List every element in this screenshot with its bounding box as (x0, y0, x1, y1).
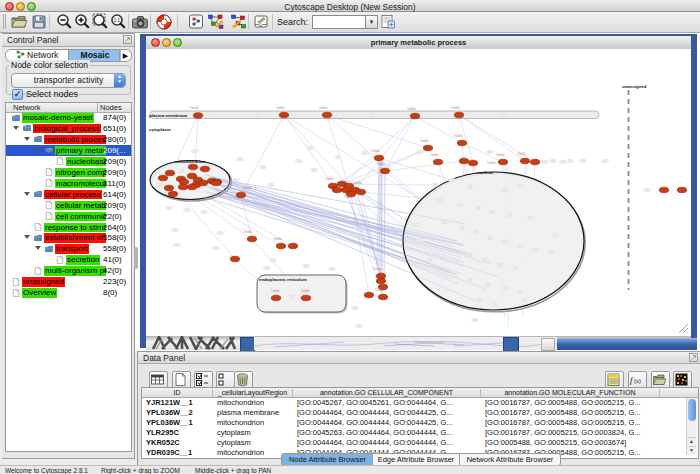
svg-text:Yxx00x: Yxx00x (244, 230, 253, 234)
svg-text:Yxx00x: Yxx00x (375, 288, 384, 292)
svg-text:Yxx00x: Yxx00x (517, 152, 526, 156)
svg-text:Yxx00x: Yxx00x (430, 153, 439, 157)
svg-text:Yxx00x: Yxx00x (371, 149, 380, 153)
svg-text:Yxx00x: Yxx00x (451, 106, 460, 110)
svg-text:Yxx00x: Yxx00x (273, 237, 282, 241)
svg-text:Yxx00x: Yxx00x (454, 134, 463, 138)
svg-text:(x): (x) (634, 378, 641, 384)
svg-text:endoplasmic reticulum: endoplasmic reticulum (259, 277, 307, 282)
svg-text:Yxx00x: Yxx00x (353, 181, 362, 185)
svg-text:Yxx00x: Yxx00x (271, 289, 280, 293)
svg-text:Yxx00x: Yxx00x (407, 107, 416, 111)
svg-text:cytoplasm: cytoplasm (149, 127, 171, 132)
svg-text:nucleus: nucleus (477, 170, 494, 175)
svg-text:Yxx00x: Yxx00x (301, 289, 310, 293)
svg-text:Yxx00x: Yxx00x (276, 106, 285, 110)
svg-text:Yxx00x: Yxx00x (344, 195, 353, 199)
svg-text:plasma membrane: plasma membrane (149, 113, 188, 118)
svg-text:mitochondrion: mitochondrion (175, 159, 206, 164)
svg-text:Yxx00x: Yxx00x (377, 162, 386, 166)
svg-text:1:1: 1:1 (114, 18, 121, 23)
svg-text:Yxx00x: Yxx00x (243, 186, 252, 190)
svg-text:Yxx00x: Yxx00x (325, 177, 334, 181)
svg-text:unassigned: unassigned (622, 84, 647, 89)
svg-text:Yxx00x: Yxx00x (420, 139, 429, 143)
svg-text:Yxx00x: Yxx00x (531, 160, 540, 164)
svg-text:Yxx00x: Yxx00x (319, 106, 328, 110)
svg-text:Yxx00x: Yxx00x (496, 153, 505, 157)
svg-text:Yxx00x: Yxx00x (487, 161, 496, 165)
svg-text:Yxx00x: Yxx00x (190, 106, 199, 110)
svg-text:Yxx00x: Yxx00x (373, 267, 382, 271)
